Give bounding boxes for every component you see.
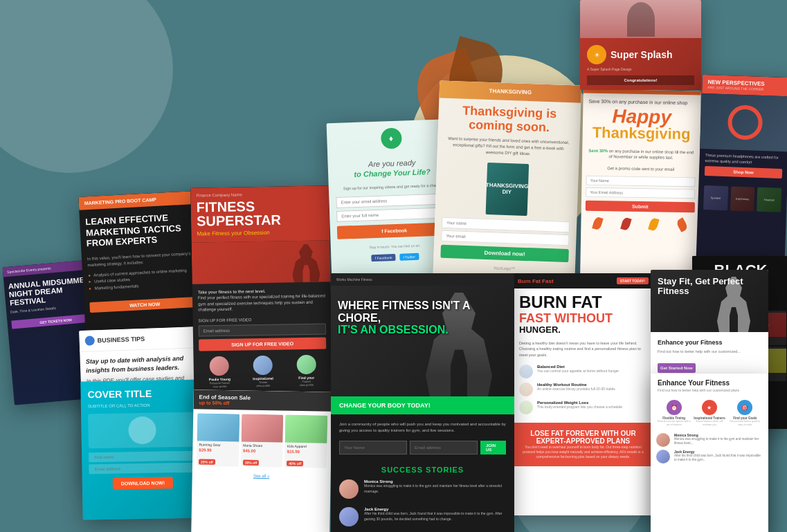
change-name-input[interactable] [336,207,451,222]
burn-fat-start-btn[interactable]: START TODAY! [617,277,649,284]
ht-body: Save 30% on any purchase in our online s… [582,93,700,147]
change-email-input[interactable] [336,193,450,208]
cover-icon [128,416,156,445]
sale-item-price-2: $45.00 [241,448,283,455]
thanksgiving-email-input[interactable] [441,230,569,245]
change-facebook-btn[interactable]: f Facebook [372,254,396,262]
fitness-chore-name-input[interactable] [339,441,407,455]
cover-download-btn[interactable]: Download now! [113,477,174,490]
fitness-chore-logo: Works Machine Fitness [336,277,372,282]
chore-avatar-1 [339,479,359,499]
np-product-3[interactable]: Headset [757,187,781,212]
testimonial-avatar-3 [296,354,316,374]
enhance-testimonials: Monica Strong Monica was struggling to m… [651,430,768,469]
super-splash-icon: ☀ [594,51,600,59]
burn-fat-lose-section: LOSE FAT FOREVER WITH OUR EXPERT-APPROVE… [512,423,654,466]
thanksgiving-download-btn[interactable]: Download now! [440,244,569,262]
headphones-icon [727,104,763,140]
stay-fit-text: Find out how to better help with our cus… [658,349,761,354]
enhance-avatar-2 [656,450,670,464]
testimonial-avatar-1 [210,356,229,375]
ht-name-input[interactable] [586,176,695,187]
new-persp-btn[interactable]: Shop Now [705,166,782,178]
marketing-headline: LEARN EFFECTIVE MARKETING TACTICS FROM E… [79,204,202,257]
feature-icon-1 [519,365,533,378]
super-splash-logo: ☀ [587,45,606,64]
enhance-test-2: Jack Energy After his third child was bo… [656,450,763,464]
sale-see-all-link[interactable]: See all » [192,470,331,481]
fitness-chore-cta-bar: CHANGE YOUR BODY TODAY! [331,396,514,414]
burn-fat-title-1: BURN FAT [512,288,654,312]
enhance-icon-3: 🎯 Find your Goals Set personal fitness g… [727,400,763,426]
fitness-body-text: Find your perfect fitness with our speci… [198,294,325,312]
enhance-sub: Find out how to better help with our cus… [658,388,761,393]
ht-code-text: Get a promo code sent to your email [607,166,674,172]
testimonial-link-1[interactable]: view profile [199,384,240,388]
sale-badge-3: 40% off [287,461,303,466]
card-fitness-superstar: Finance Company Name FITNESS SUPERSTAR M… [190,185,333,409]
np-product-2[interactable]: Earphones [730,187,755,212]
fitness-chore-hero: WHERE FITNESS ISN'T A CHORE, IT'S AN OBS… [331,286,514,396]
card-cover: COVER TITLE SUBTITLE OR CALL TO ACTION D… [80,379,203,520]
stay-fit-title: Stay Fit, Get Perfect Fitness [658,277,768,297]
card-enhance-fitness: Enhance Your Fitness Find out how to bet… [651,374,768,532]
fitness-chore-text-overlay: WHERE FITNESS ISN'T A CHORE, IT'S AN OBS… [338,300,514,336]
new-persp-section: These premium headphones are crafted for… [698,149,787,186]
fitness-sub: Make Fitness your Obsession [197,228,324,237]
cover-subtitle: SUBTITLE OR CALL TO ACTION [81,401,202,410]
fitness-chore-join-btn[interactable]: JOIN US [480,441,506,455]
sale-item-1[interactable]: Running Gear $29.99 25% off [197,413,239,466]
enhance-icon-circle-3: 🎯 [737,400,752,415]
marketing-cta[interactable]: WATCH NOW [89,296,200,312]
burn-fat-header: Burn Fat Fast START TODAY! [512,273,654,288]
chore-test-text-2: Jack Energy After his third child was bo… [364,507,506,526]
enhance-icon-circle-1: ⏰ [667,400,682,415]
sale-item-image-1 [197,413,239,441]
stay-fit-btn[interactable]: Get Started Now [658,363,696,373]
ht-email-input[interactable] [586,187,695,199]
fitness-chore-inputs: JOIN US [331,441,514,460]
enhance-icon-text-3: Set personal fitness goals to stay on tr… [727,420,763,426]
thanksgiving-sub: Want to surprise your friends and loved … [437,132,579,161]
fitness-testimonial-1: Paulie Young Personal Trainer view profi… [199,356,239,388]
ht-save-text: Save 30% on any purchase in our online s… [588,148,694,160]
sale-item-2[interactable]: Maria Shoes $45.00 30% off [241,414,284,467]
burn-fat-logo: Burn Fat Fast [518,278,554,284]
enhance-test-1: Monica Strong Monica was struggling to m… [656,433,763,447]
cover-input-name[interactable] [89,451,196,463]
change-twitter-btn[interactable]: t Twitter [399,253,419,261]
person-silhouette [627,2,655,37]
feature-text-2: Healthy Workout Routine An online exerci… [537,383,615,392]
fitness-chore-headline-1: WHERE FITNESS ISN'T A CHORE, [338,300,514,324]
chore-test-desc-1: Monica was struggling to make it to the … [364,484,506,494]
new-persp-text: These premium headphones are crafted for… [705,153,782,166]
super-splash-photo [580,0,701,38]
burn-fat-feature-2: Healthy Workout Routine An online exerci… [519,383,647,396]
enhance-top: Enhance Your Fitness Find out how to bet… [651,374,768,396]
fitness-chore-email-input[interactable] [410,441,478,455]
burn-fat-title-3: HUNGER. [512,324,654,340]
new-persp-products: Speaker Earphones Headset [698,183,787,215]
new-persp-image [700,93,787,152]
ht-thanksgiving: Thanksgiving [588,126,695,141]
testimonial-avatar-2 [253,355,272,374]
testimonial-link-2[interactable]: view profile [243,383,284,387]
super-splash-congrats: Congratulations! [587,75,694,85]
sale-item-3[interactable]: Kids Apparel $15.99 40% off [284,415,327,468]
super-splash-title: Super Splash [610,49,672,60]
fitness-body: Take your fitness to the next level. Fin… [192,282,332,318]
thanksgiving-title: Thanksgiving is coming soon. [438,98,581,137]
ht-submit-btn[interactable]: Submit [586,201,695,213]
fitness-chore-headline-2: IT'S AN OBSESSION. [338,324,514,336]
burn-fat-lose-sub: You don't need to overhaul yourself to b… [519,445,647,459]
fitness-chore-header: Works Machine Fitness [331,273,514,286]
fitness-header: Finance Company Name FITNESS SUPERSTAR M… [190,185,329,242]
testimonial-link-3[interactable]: view profile [287,383,327,387]
fitness-email-input[interactable]: Email address [199,323,326,336]
cover-input-email[interactable] [89,463,196,475]
fitness-chore-body: Join a community of people who will push… [331,414,514,441]
chore-test-desc-2: After his third child was born, Jack fou… [364,511,506,522]
np-product-1[interactable]: Speaker [703,185,728,210]
sale-item-price-1: $29.99 [197,448,239,454]
bullet-icon: ● [89,286,91,291]
